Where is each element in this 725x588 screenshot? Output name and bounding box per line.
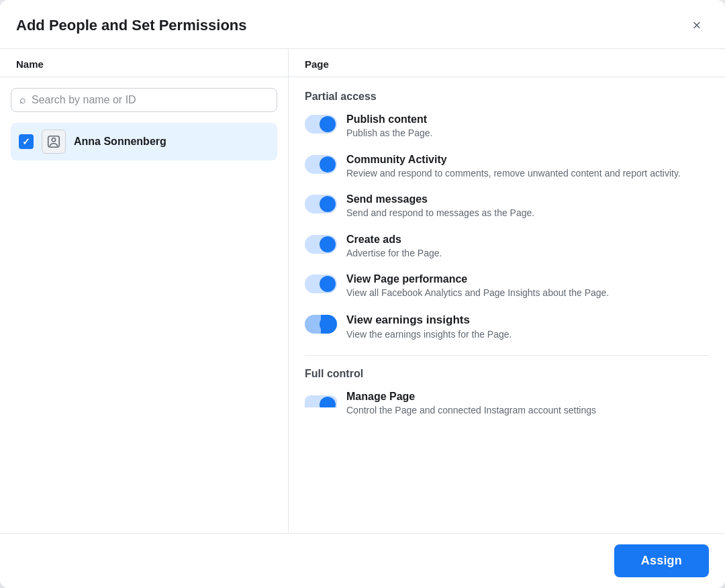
search-icon: ⌕ — [19, 94, 26, 106]
toggle-earnings-insights[interactable] — [305, 315, 337, 334]
person-name: Anna Sonnenberg — [74, 136, 166, 148]
permission-publish-content: Publish content Publish as the Page. — [305, 113, 709, 140]
section-divider — [305, 355, 709, 356]
search-container: ⌕ — [0, 77, 288, 120]
search-input[interactable] — [32, 94, 269, 106]
perm-desc-community: Review and respond to comments, remove u… — [346, 167, 709, 181]
perm-title-manage-page: Manage Page — [346, 391, 709, 403]
toggle-create-ads[interactable] — [305, 235, 337, 254]
left-panel: Name ⌕ ✓ — [0, 49, 289, 533]
toggle-send-messages[interactable] — [305, 195, 337, 213]
page-col-header: Page — [289, 49, 725, 77]
avatar-icon — [42, 130, 66, 154]
permission-send-messages: Send messages Send and respond to messag… — [305, 193, 709, 220]
partial-access-title: Partial access — [305, 91, 709, 103]
search-box: ⌕ — [11, 88, 277, 112]
perm-desc-ads: Advertise for the Page. — [346, 247, 709, 260]
assign-button[interactable]: Assign — [614, 544, 709, 577]
perm-desc-publish: Publish as the Page. — [346, 127, 709, 140]
list-item[interactable]: ✓ Anna Sonnenberg — [11, 123, 277, 160]
toggle-publish-content[interactable] — [305, 115, 337, 134]
permissions-content: Partial access Publish content Publish a… — [289, 77, 725, 533]
modal-footer: Assign — [0, 533, 725, 588]
modal-body: Name ⌕ ✓ — [0, 49, 725, 533]
modal-header: Add People and Set Permissions × — [0, 0, 725, 49]
perm-title-messages: Send messages — [346, 193, 709, 205]
permission-earnings-insights: View earnings insights View the earnings… — [305, 313, 709, 342]
svg-point-1 — [52, 138, 56, 142]
perm-desc-messages: Send and respond to messages as the Page… — [346, 207, 709, 220]
perm-title-performance: View Page performance — [346, 273, 709, 285]
permission-view-performance: View Page performance View all Facebook … — [305, 273, 709, 300]
perm-title-earnings: View earnings insights — [346, 313, 709, 327]
perm-desc-performance: View all Facebook Analytics and Page Ins… — [346, 287, 709, 300]
permission-manage-page: Manage Page Control the Page and connect… — [305, 391, 709, 418]
person-list: ✓ Anna Sonnenberg — [0, 120, 288, 163]
perm-desc-earnings: View the earnings insights for the Page. — [346, 328, 709, 342]
toggle-manage-page[interactable] — [305, 392, 337, 411]
permission-community-activity: Community Activity Review and respond to… — [305, 154, 709, 181]
full-control-title: Full control — [305, 368, 709, 380]
toggle-view-performance[interactable] — [305, 275, 337, 293]
modal-title: Add People and Set Permissions — [16, 17, 247, 34]
perm-title-publish: Publish content — [346, 113, 709, 126]
checkmark-icon: ✓ — [22, 137, 30, 146]
right-panel: Page Partial access Publish content Publ… — [289, 49, 725, 533]
modal: Add People and Set Permissions × Name ⌕ … — [0, 0, 725, 588]
toggle-community-activity[interactable] — [305, 155, 337, 174]
perm-title-community: Community Activity — [346, 154, 709, 166]
close-button[interactable]: × — [685, 13, 709, 38]
checkbox[interactable]: ✓ — [19, 134, 34, 149]
permission-create-ads: Create ads Advertise for the Page. — [305, 234, 709, 260]
perm-title-ads: Create ads — [346, 234, 709, 246]
perm-desc-manage-page: Control the Page and connected Instagram… — [346, 404, 709, 418]
name-col-header: Name — [0, 49, 288, 77]
